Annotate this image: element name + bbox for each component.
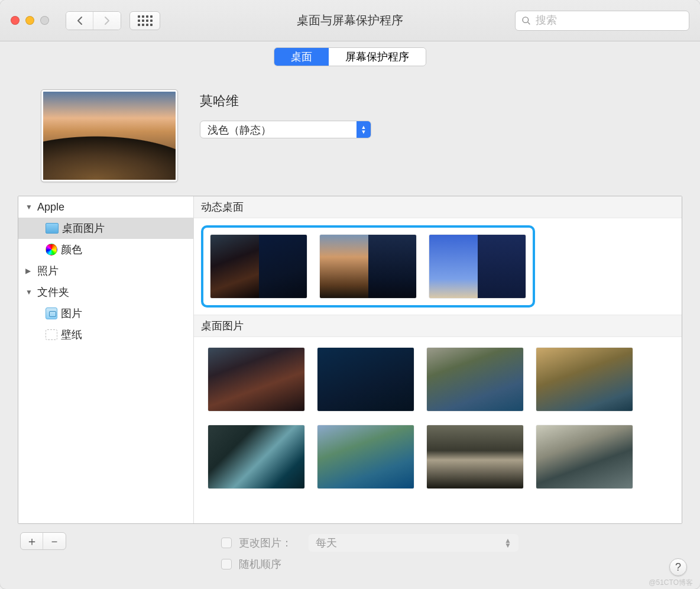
tab-desktop[interactable]: 桌面 [274,48,329,66]
sidebar-label: 颜色 [61,242,82,257]
sidebar-item-wallpapers-folder[interactable]: 壁纸 [18,324,193,345]
tab-screensaver[interactable]: 屏幕保护程序 [329,48,426,66]
random-order-row: 随机顺序 [221,554,518,575]
wallpaper-thumb[interactable] [208,348,304,411]
dynamic-wallpaper-thumb[interactable] [320,235,416,298]
sidebar-item-apple[interactable]: ▼ Apple [18,196,193,218]
svg-line-1 [528,22,530,24]
random-order-checkbox[interactable] [221,559,232,569]
change-picture-checkbox[interactable] [221,538,232,548]
top-area: 莫哈维 浅色（静态） ▲▼ [18,66,682,196]
sidebar-label: 照片 [37,264,59,278]
sidebar-item-photos[interactable]: ▶ 照片 [18,260,193,281]
dynamic-wallpaper-thumb[interactable] [210,235,307,298]
chevron-right-icon [103,16,111,25]
search-icon [521,15,531,26]
wallpaper-thumb[interactable] [536,348,633,411]
chevron-left-icon [76,16,83,25]
sidebar-item-folders[interactable]: ▼ 文件夹 [18,281,193,303]
add-remove-buttons: ＋ － [20,532,66,550]
wallpaper-gallery: 动态桌面 桌面图片 [194,196,682,523]
stepper-arrows-icon: ▲▼ [357,121,371,138]
disclosure-triangle-icon: ▼ [25,203,34,211]
sidebar-item-colors[interactable]: 颜色 [18,239,193,260]
appearance-mode-value: 浅色（静态） [200,121,357,138]
content-area: 莫哈维 浅色（静态） ▲▼ ▼ Apple 桌面图片 颜色 [0,66,700,589]
window-title: 桌面与屏幕保护程序 [297,12,403,28]
change-interval-dropdown: 每天 ▲▼ [309,534,518,552]
minimize-button[interactable] [25,16,34,25]
disclosure-triangle-icon: ▶ [25,267,34,275]
wallpaper-thumb[interactable] [208,425,304,488]
forward-button[interactable] [93,12,121,30]
current-selection-area: 莫哈维 浅色（静态） ▲▼ [200,90,371,182]
change-picture-label: 更改图片： [239,536,292,550]
add-folder-button[interactable]: ＋ [21,533,43,549]
source-sidebar: ▼ Apple 桌面图片 颜色 ▶ 照片 ▼ 文件夹 [18,196,194,523]
traffic-lights [11,16,49,25]
dynamic-desktop-group [201,225,535,308]
options-area: 更改图片： 每天 ▲▼ 随机顺序 [221,532,518,575]
sidebar-label: 文件夹 [37,285,69,299]
show-all-button[interactable] [129,11,160,30]
close-button[interactable] [11,16,20,25]
dynamic-wallpaper-thumb[interactable] [429,235,526,298]
section-header-pictures: 桌面图片 [194,315,682,337]
color-wheel-icon [46,244,57,255]
sidebar-label: 桌面图片 [62,221,105,235]
folder-icon [46,223,59,234]
random-order-label: 随机顺序 [239,557,281,571]
desktop-pictures-grid [194,337,682,499]
wallpaper-thumb[interactable] [317,425,414,488]
pictures-folder-icon [46,308,57,319]
bottom-bar: ＋ － 更改图片： 每天 ▲▼ 随机顺序 [18,524,682,575]
main-pane: ▼ Apple 桌面图片 颜色 ▶ 照片 ▼ 文件夹 [18,196,682,524]
search-input[interactable] [536,14,683,27]
nav-buttons [66,11,121,30]
remove-folder-button[interactable]: － [43,533,66,549]
zoom-button[interactable] [40,16,49,25]
wallpaper-thumb[interactable] [427,425,523,488]
tab-segmented-control: 桌面 屏幕保护程序 [274,47,426,66]
sidebar-label: 壁纸 [61,328,82,342]
wallpaper-thumb[interactable] [536,425,633,488]
sidebar-item-desktop-pictures[interactable]: 桌面图片 [18,218,193,239]
section-header-dynamic: 动态桌面 [194,196,682,218]
current-wallpaper-preview [41,90,177,182]
appearance-mode-dropdown[interactable]: 浅色（静态） ▲▼ [200,121,371,138]
change-interval-value: 每天 [316,536,337,550]
watermark: @51CTO博客 [649,578,693,588]
titlebar: 桌面与屏幕保护程序 [0,0,700,41]
preferences-window: 桌面与屏幕保护程序 桌面 屏幕保护程序 莫哈维 浅色（静态） ▲▼ ▼ [0,0,700,589]
help-button[interactable]: ? [669,558,687,576]
sidebar-label: 图片 [61,306,82,321]
empty-folder-icon [46,329,57,340]
sidebar-item-pictures-folder[interactable]: 图片 [18,303,193,324]
wallpaper-thumb[interactable] [317,348,414,411]
back-button[interactable] [66,12,93,30]
disclosure-triangle-icon: ▼ [25,288,34,296]
stepper-arrows-icon: ▲▼ [504,538,511,548]
svg-point-0 [523,17,529,22]
search-field[interactable] [515,11,689,31]
wallpaper-thumb[interactable] [427,348,523,411]
current-wallpaper-name: 莫哈维 [200,92,371,110]
grid-icon [138,15,153,26]
change-picture-row: 更改图片： 每天 ▲▼ [221,532,518,554]
sidebar-label: Apple [37,201,64,213]
